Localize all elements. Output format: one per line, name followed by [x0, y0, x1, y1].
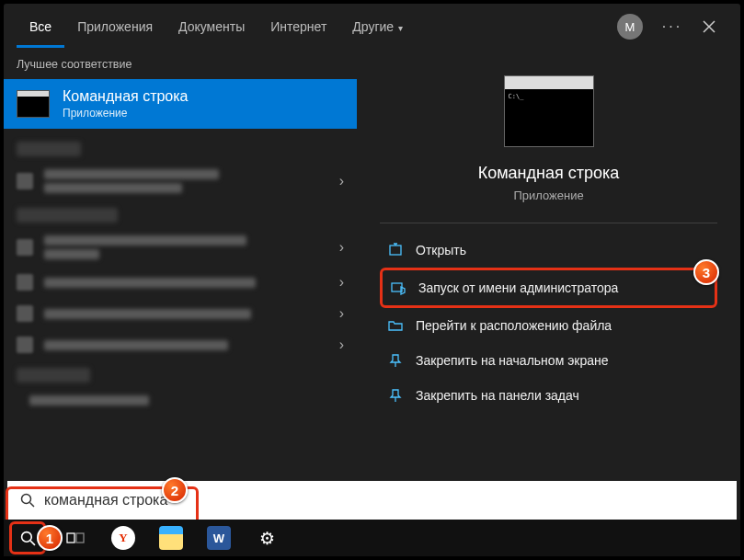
- open-icon: [387, 242, 404, 258]
- taskbar-settings[interactable]: ⚙: [248, 521, 285, 554]
- preview-title: Командная строка: [478, 164, 620, 183]
- search-bar: [7, 481, 737, 520]
- chevron-right-icon: ›: [339, 274, 344, 291]
- action-file-location[interactable]: Перейти к расположению файла: [380, 308, 717, 343]
- annotation-badge-3: 3: [693, 259, 719, 285]
- search-window: Все Приложения Документы Интернет Другие…: [4, 4, 740, 556]
- taskbar-task-view[interactable]: [57, 521, 94, 554]
- close-icon: [703, 20, 715, 33]
- action-file-location-label: Перейти к расположению файла: [416, 318, 612, 333]
- svg-rect-0: [390, 246, 401, 255]
- chevron-down-icon: ▾: [398, 23, 403, 33]
- action-run-as-admin[interactable]: Запуск от имени администратора 3: [380, 268, 717, 308]
- list-item[interactable]: ›: [4, 267, 357, 298]
- best-match-title: Командная строка: [63, 88, 189, 105]
- preview-pane: C:\_ Командная строка Приложение Открыть…: [357, 50, 740, 481]
- annotation-badge-2: 2: [162, 477, 188, 503]
- action-run-admin-label: Запуск от имени администратора: [418, 280, 618, 295]
- results-list: Лучшее соответствие Командная строка При…: [4, 50, 357, 481]
- divider: [380, 223, 717, 223]
- action-pin-taskbar-label: Закрепить на панели задач: [416, 388, 579, 403]
- list-item[interactable]: ›: [4, 162, 357, 200]
- tab-documents[interactable]: Документы: [166, 6, 258, 48]
- list-item[interactable]: ›: [4, 228, 357, 267]
- best-match-subtitle: Приложение: [63, 107, 189, 120]
- close-button[interactable]: [691, 8, 727, 45]
- annotation-badge-1: 1: [37, 525, 63, 551]
- chevron-right-icon: ›: [339, 173, 344, 189]
- list-item[interactable]: [4, 388, 357, 413]
- svg-rect-4: [67, 533, 74, 543]
- search-icon: [20, 531, 36, 546]
- app-preview-icon: C:\_: [504, 75, 594, 147]
- more-button[interactable]: ···: [654, 8, 691, 45]
- chevron-right-icon: ›: [339, 305, 344, 322]
- shield-icon: [390, 280, 406, 296]
- preview-subtitle: Приложение: [513, 189, 583, 202]
- pin-icon: [387, 352, 404, 369]
- cmd-icon: [17, 90, 50, 118]
- svg-rect-5: [76, 533, 84, 543]
- tab-apps[interactable]: Приложения: [64, 6, 166, 48]
- chevron-right-icon: ›: [339, 337, 344, 353]
- word-icon: W: [207, 526, 231, 550]
- pin-icon: [387, 387, 404, 404]
- yandex-icon: Y: [111, 526, 135, 550]
- user-avatar[interactable]: М: [617, 14, 643, 40]
- action-pin-taskbar[interactable]: Закрепить на панели задач: [380, 378, 717, 413]
- list-item[interactable]: ›: [4, 298, 357, 329]
- svg-point-3: [21, 531, 31, 542]
- taskbar-yandex[interactable]: Y: [105, 521, 142, 554]
- tab-other[interactable]: Другие▾: [339, 6, 416, 48]
- filter-tabs: Все Приложения Документы Интернет Другие…: [4, 4, 740, 50]
- folder-icon: [387, 317, 404, 334]
- taskbar-explorer[interactable]: [153, 521, 189, 554]
- gear-icon: ⚙: [259, 528, 275, 549]
- action-pin-start-label: Закрепить на начальном экране: [416, 353, 609, 368]
- svg-point-2: [22, 495, 31, 504]
- action-open[interactable]: Открыть: [380, 233, 717, 268]
- search-icon: [20, 493, 35, 508]
- action-pin-start[interactable]: Закрепить на начальном экране: [380, 343, 717, 378]
- tab-all[interactable]: Все: [17, 6, 64, 48]
- chevron-right-icon: ›: [339, 239, 344, 256]
- explorer-icon: [159, 526, 183, 550]
- taskbar: Y W ⚙: [4, 520, 740, 556]
- action-open-label: Открыть: [416, 243, 466, 257]
- best-match-item[interactable]: Командная строка Приложение: [4, 79, 357, 129]
- taskbar-word[interactable]: W: [200, 521, 237, 554]
- section-best-match-label: Лучшее соответствие: [4, 50, 357, 79]
- task-view-icon: [66, 531, 85, 545]
- tab-internet[interactable]: Интернет: [258, 6, 339, 48]
- list-item[interactable]: ›: [4, 329, 357, 360]
